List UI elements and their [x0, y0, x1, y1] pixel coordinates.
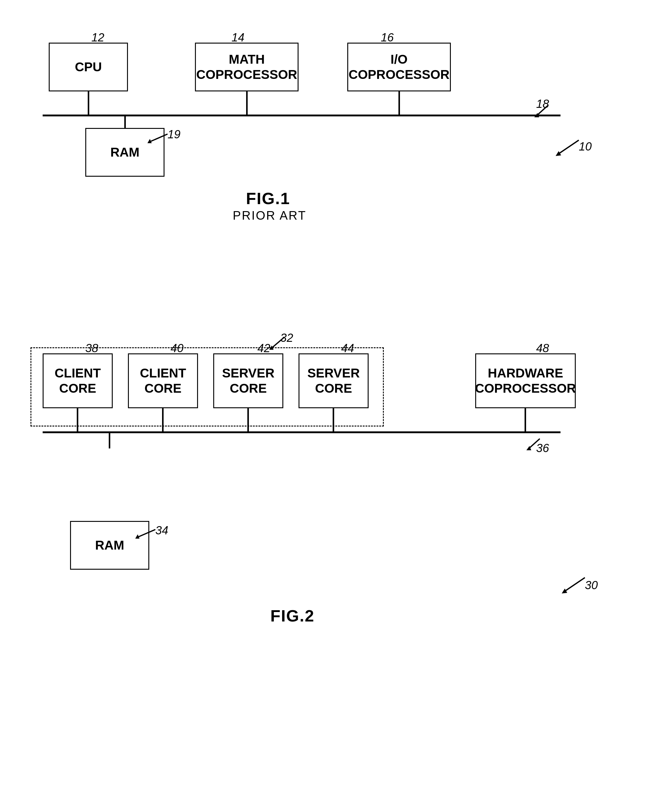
- client-core-2-label: CLIENTCORE: [140, 366, 186, 396]
- server-core-2-label: SERVERCORE: [307, 366, 360, 396]
- client2-connector: [162, 408, 163, 433]
- io-connector: [398, 91, 400, 116]
- server1-connector: [247, 408, 249, 433]
- cpu-connector: [88, 91, 89, 116]
- cpu-box: CPU: [49, 43, 128, 91]
- fig1-subtitle: PRIOR ART: [194, 209, 346, 222]
- ram-arrow-fig2: [131, 526, 162, 542]
- svg-line-4: [558, 140, 579, 154]
- ref-io: 16: [381, 31, 394, 44]
- client-core-2-box: CLIENTCORE: [128, 354, 198, 408]
- main-arrow-fig1: [551, 137, 585, 158]
- fig2-area: 38 40 42 44 48 32 CLIENTCORE CLIENTCORE …: [24, 323, 649, 749]
- ram-arrow-fig1: [143, 131, 174, 146]
- ram-connector-top-fig2: [109, 433, 110, 448]
- bus-arrow-fig1: [530, 102, 554, 120]
- hwcop-connector: [525, 408, 526, 433]
- ref-hwcop: 48: [536, 342, 549, 355]
- math-label: MATHCOPROCESSOR: [196, 52, 297, 83]
- bus-arrow-fig2: [524, 436, 545, 453]
- server-core-1-box: SERVERCORE: [213, 354, 283, 408]
- client1-connector: [77, 408, 78, 433]
- server2-connector: [333, 408, 334, 433]
- server-core-2-box: SERVERCORE: [299, 354, 369, 408]
- ref-cpu: 12: [91, 31, 104, 44]
- hwcop-box: HARDWARECOPROCESSOR: [475, 354, 576, 408]
- ram-label-fig1: RAM: [110, 145, 139, 160]
- svg-line-0: [536, 105, 548, 116]
- group-arrow: [265, 334, 290, 351]
- fig2-title: FIG.2: [232, 606, 354, 625]
- svg-marker-5: [556, 151, 561, 156]
- svg-line-2: [149, 134, 168, 142]
- ref-math: 14: [232, 31, 244, 44]
- server-core-1-label: SERVERCORE: [222, 366, 274, 396]
- fig1-area: 12 14 16 CPU MATHCOPROCESSOR I/OCOPROCES…: [24, 18, 634, 226]
- svg-line-6: [271, 338, 284, 349]
- bus-line-fig2: [43, 431, 560, 433]
- io-box: I/OCOPROCESSOR: [347, 43, 451, 91]
- svg-marker-13: [562, 589, 567, 594]
- svg-line-10: [137, 530, 155, 538]
- math-connector: [246, 91, 248, 116]
- cpu-label: CPU: [75, 59, 102, 75]
- math-box: MATHCOPROCESSOR: [195, 43, 299, 91]
- diagram-container: 12 14 16 CPU MATHCOPROCESSOR I/OCOPROCES…: [0, 0, 672, 800]
- svg-line-12: [564, 578, 585, 592]
- main-arrow-fig2: [557, 574, 591, 596]
- bus-line-fig1: [43, 115, 560, 116]
- client-core-1-label: CLIENTCORE: [54, 366, 101, 396]
- ram-label-fig2: RAM: [95, 538, 124, 553]
- fig1-title: FIG.1: [207, 189, 329, 208]
- hwcop-label: HARDWARECOPROCESSOR: [475, 366, 576, 396]
- ram-connector-top: [124, 116, 126, 128]
- io-label: I/OCOPROCESSOR: [349, 52, 449, 83]
- client-core-1-box: CLIENTCORE: [43, 354, 113, 408]
